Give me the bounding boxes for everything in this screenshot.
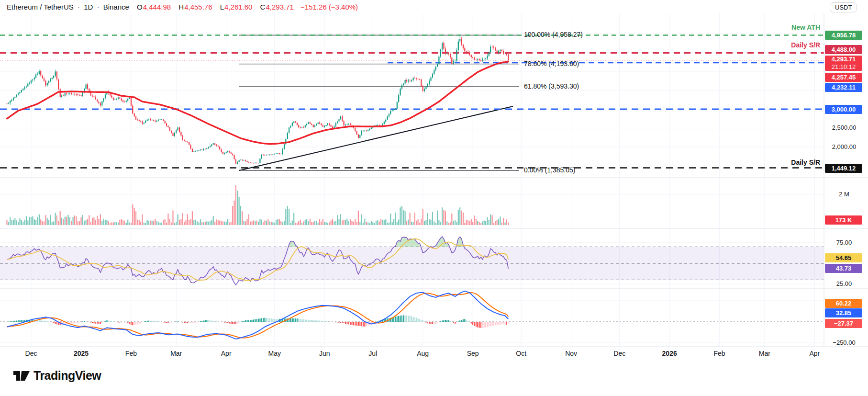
new-ath-label: New ATH: [791, 23, 820, 31]
time-axis-label-2026-13[interactable]: 2026: [662, 350, 677, 357]
rsi-ma-badge: 54.65: [825, 253, 862, 262]
last-price-badge: 4,293.71 21:10:12: [825, 56, 862, 71]
high-label: H: [178, 3, 184, 11]
daily-sr-bottom-label: Daily S/R: [791, 158, 820, 166]
rsi-value-badge: 43.73: [825, 264, 862, 273]
volume-badge: 173 K: [825, 215, 862, 225]
macd-signal-badge: 60.22: [825, 299, 862, 308]
time-axis-label-aug-8[interactable]: Aug: [417, 350, 429, 357]
price-badge-blue-3000: 3,000.00: [825, 105, 862, 114]
chart-canvas[interactable]: [0, 0, 868, 396]
tradingview-logo-mark: [13, 369, 30, 383]
macd-hist-badge: −27.37: [825, 319, 862, 328]
price-axis-label-2000[interactable]: 2,000.00: [825, 143, 863, 151]
open-label: O: [137, 3, 143, 11]
rsi-axis-label-25[interactable]: 25.00: [825, 280, 863, 288]
time-axis-label-feb-14[interactable]: Feb: [714, 350, 725, 357]
time-axis-label-feb-2[interactable]: Feb: [125, 350, 137, 357]
time-axis-label-mar-15[interactable]: Mar: [759, 350, 770, 357]
macd-axis-label-neg250[interactable]: −250.00: [825, 339, 863, 347]
price-badge-blue-upper: 4,232.11: [825, 83, 862, 92]
price-badge-daily-sr-top: 4,488.00: [825, 45, 862, 54]
fib-label-3: 0.00% (1,385.05): [524, 166, 575, 174]
time-axis-label-apr-4[interactable]: Apr: [221, 350, 232, 357]
interval-label[interactable]: 1D: [84, 3, 93, 11]
change-value: −151.26 (−3.40%): [300, 3, 358, 11]
time-axis-label-2025-1[interactable]: 2025: [74, 350, 89, 357]
time-axis-label-mar-3[interactable]: Mar: [170, 350, 182, 357]
time-axis-label-jul-7[interactable]: Jul: [368, 350, 377, 357]
time-axis-label-dec-0[interactable]: Dec: [25, 350, 37, 357]
time-axis-label-jun-6[interactable]: Jun: [319, 350, 330, 357]
time-axis-label-sep-9[interactable]: Sep: [467, 350, 479, 357]
fib-label-0: 100.00% (4,958.27): [524, 31, 583, 38]
price-badge-ma: 4,257.45: [825, 73, 862, 82]
last-price-value: 4,293.71: [825, 56, 862, 63]
fib-label-1: 78.60% (4,193.60): [524, 60, 579, 68]
open-value: 4,444.98: [143, 3, 171, 11]
high-value: 4,455.76: [184, 3, 212, 11]
currency-unit-button[interactable]: USDT: [830, 2, 857, 12]
tradingview-logo-text: TradingView: [33, 369, 101, 383]
time-axis-label-oct-10[interactable]: Oct: [516, 350, 526, 357]
low-value: 4,261.60: [224, 3, 252, 11]
tradingview-chart-window: Ethereum / TetherUS · 1D · Binance O4,44…: [0, 0, 868, 396]
time-axis-label-dec-12[interactable]: Dec: [613, 350, 625, 357]
fib-label-2: 61.80% (3,593.30): [524, 82, 579, 90]
close-label: C: [260, 3, 266, 11]
close-value: 4,293.71: [266, 3, 293, 11]
time-axis-label-apr-16[interactable]: Apr: [809, 350, 820, 357]
rsi-axis-label-75[interactable]: 75.00: [825, 239, 863, 247]
volume-axis-label-2m[interactable]: 2 M: [825, 191, 863, 198]
low-label: L: [220, 3, 224, 11]
bar-close-countdown: 21:10:12: [825, 63, 862, 71]
time-axis-label-nov-11[interactable]: Nov: [565, 350, 577, 357]
price-badge-new-ath: 4,956.78: [825, 31, 862, 40]
separator-dot: ·: [78, 3, 80, 11]
price-badge-daily-sr-bottom: 1,449.12: [825, 164, 862, 173]
price-axis-label-2500[interactable]: 2,500.00: [825, 124, 863, 132]
tradingview-logo[interactable]: TradingView: [13, 369, 101, 383]
separator-dot: ·: [97, 3, 100, 11]
symbol-title[interactable]: Ethereum / TetherUS: [7, 3, 74, 11]
daily-sr-top-label: Daily S/R: [791, 41, 820, 49]
symbol-header[interactable]: Ethereum / TetherUS · 1D · Binance O4,44…: [7, 3, 360, 11]
time-axis-label-may-5[interactable]: May: [268, 350, 281, 357]
exchange-label: Binance: [103, 3, 129, 11]
macd-value-badge: 32.85: [825, 308, 862, 317]
